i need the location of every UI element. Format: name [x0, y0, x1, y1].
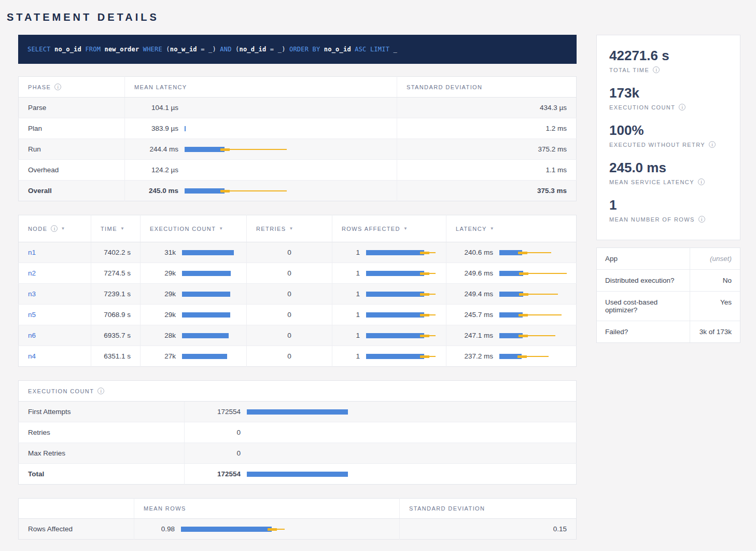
node-latency: 249.6 ms	[456, 269, 493, 277]
info-icon[interactable]: i	[698, 178, 705, 185]
execution-row-retries: Retries 0	[19, 422, 577, 443]
detail-label: Used cost-based optimizer?	[597, 292, 690, 321]
node-time: 6351.1 s	[91, 346, 141, 367]
mean-rows-bar	[181, 526, 390, 532]
stddev-mark	[220, 190, 230, 192]
bar-fill	[182, 312, 230, 318]
node-exec-count: 31k	[150, 249, 176, 256]
info-icon[interactable]: i	[679, 104, 685, 111]
detail-value: Yes	[690, 292, 740, 321]
stddev-value: 0.15	[400, 519, 577, 540]
node-latency: 247.1 ms	[456, 332, 493, 339]
execution-row-total: Total 172554	[19, 464, 577, 485]
bar-fill	[185, 147, 225, 152]
execution-row-value: 0	[194, 449, 241, 457]
node-exec-count: 29k	[150, 269, 176, 277]
info-icon[interactable]: i	[54, 84, 61, 90]
latency-bar	[499, 291, 567, 297]
sort-arrow-icon[interactable]: ▼	[490, 226, 495, 231]
statement-query-bar: SELECT no_o_id FROM new_order WHERE (no_…	[18, 35, 577, 64]
stddev-mark	[420, 293, 429, 296]
latency-column-header[interactable]: LATENCY▼	[446, 215, 577, 242]
sort-arrow-icon[interactable]: ▼	[61, 226, 65, 231]
node-link[interactable]: n2	[28, 269, 36, 277]
rows-affected-column-header[interactable]: ROWS AFFECTED▼	[332, 215, 446, 242]
node-retries: 0	[247, 305, 332, 325]
phase-label: Run	[19, 139, 125, 160]
exec-count-bar	[182, 270, 237, 277]
exec-count-bar	[182, 291, 237, 297]
latency-bar	[499, 312, 567, 318]
execution-count-table: EXECUTION COUNTi First Attempts 172554 R…	[18, 380, 577, 485]
node-column-header[interactable]: NODEi▼	[19, 215, 91, 242]
stat-label: EXECUTION COUNT	[609, 104, 675, 111]
execution-row-label: Max Retries	[19, 443, 185, 464]
execution-count-title-label: EXECUTION COUNT	[28, 388, 94, 394]
detail-value: (unset)	[690, 248, 740, 269]
node-link[interactable]: n6	[28, 332, 36, 339]
node-row: n5 7068.9 s 29k 0 1 245.7 ms	[19, 305, 577, 325]
sort-arrow-icon[interactable]: ▼	[120, 226, 125, 231]
stat-value: 1	[609, 197, 727, 213]
mean-latency-value: 104.1 µs	[134, 104, 178, 112]
node-exec-count: 29k	[150, 311, 176, 319]
detail-label: App	[597, 248, 690, 269]
node-header-label: NODE	[28, 226, 47, 232]
phase-label: Overall	[19, 181, 125, 201]
retries-column-header[interactable]: RETRIES▼	[247, 215, 332, 242]
node-rows-affected: 1	[342, 332, 360, 339]
node-link[interactable]: n5	[28, 311, 36, 319]
info-icon[interactable]: i	[709, 141, 716, 148]
mean-latency-value: 244.4 ms	[134, 145, 178, 153]
info-icon[interactable]: i	[97, 388, 104, 394]
bar-fill	[499, 250, 522, 255]
detail-row-app: App (unset)	[597, 248, 740, 269]
node-rows-affected: 1	[342, 249, 360, 256]
bar-fill	[499, 333, 523, 338]
node-row: n6 6935.7 s 28k 0 1 247.1 ms	[19, 325, 577, 346]
sql-keyword: ASC LIMIT	[355, 46, 393, 53]
node-time: 7239.1 s	[91, 284, 141, 305]
node-link[interactable]: n1	[28, 249, 36, 256]
exec-count-bar	[182, 250, 237, 256]
sort-arrow-icon[interactable]: ▼	[403, 226, 408, 231]
node-exec-count: 29k	[150, 290, 176, 298]
execution-row-max-retries: Max Retries 0	[19, 443, 577, 464]
time-column-header[interactable]: TIME▼	[91, 215, 141, 242]
node-link[interactable]: n3	[28, 290, 36, 298]
execution-count-header-row: EXECUTION COUNTi	[19, 381, 577, 402]
node-time: 7274.5 s	[91, 263, 141, 284]
sort-arrow-icon[interactable]: ▼	[219, 226, 223, 231]
mean-rows-value: 0.98	[144, 525, 175, 533]
phase-table: PHASEi MEAN LATENCY STANDARD DEVIATION P…	[18, 76, 577, 201]
phase-row-run: Run 244.4 ms 375.2 ms	[19, 139, 577, 160]
latency-bar	[185, 146, 387, 153]
phase-header-label: PHASE	[28, 84, 51, 90]
stddev-mark	[518, 252, 527, 254]
stat-value: 173k	[609, 85, 727, 101]
sort-arrow-icon[interactable]: ▼	[289, 226, 293, 231]
node-row: n3 7239.1 s 29k 0 1 249.4 ms	[19, 284, 577, 305]
bar-fill	[499, 271, 523, 276]
info-icon[interactable]: i	[51, 225, 58, 232]
node-time: 7402.2 s	[91, 242, 141, 263]
latency-bar	[185, 126, 387, 132]
execution-count-column-header[interactable]: EXECUTION COUNT▼	[141, 215, 247, 242]
sql-identifier: new_order	[105, 46, 143, 53]
sql-identifier: no_o_id	[54, 46, 85, 53]
phase-label: Parse	[19, 98, 125, 118]
stddev-value: 434.3 µs	[397, 98, 577, 118]
mean-latency-value: 124.2 µs	[134, 166, 178, 174]
bar-fill	[182, 292, 230, 297]
info-icon[interactable]: i	[653, 66, 660, 73]
node-rows-affected: 1	[342, 352, 360, 360]
bar-fill	[182, 271, 231, 276]
summary-card: 42271.6 s TOTAL TIMEi 173k EXECUTION COU…	[596, 35, 740, 240]
info-icon[interactable]: i	[698, 216, 705, 223]
phase-table-header-row: PHASEi MEAN LATENCY STANDARD DEVIATION	[19, 77, 577, 98]
bar-fill	[366, 333, 424, 338]
phase-label: Overhead	[19, 160, 125, 181]
detail-row-distributed-execution: Distributed execution? No	[597, 269, 740, 291]
node-link[interactable]: n4	[28, 352, 36, 360]
stddev-mark	[519, 335, 528, 337]
